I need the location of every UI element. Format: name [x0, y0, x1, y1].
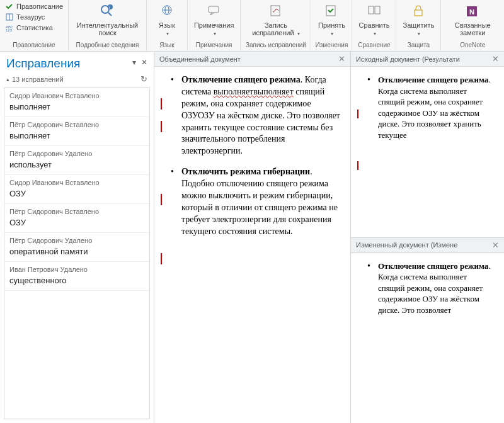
- compare-button[interactable]: Сравнить▾: [355, 1, 393, 38]
- revision-marker: [357, 110, 358, 118]
- stats-icon: ABC123: [5, 23, 14, 32]
- right-column: Исходный документ (Результати ✕ Отключен…: [351, 52, 504, 423]
- group-label: Запись исправлений: [243, 42, 308, 50]
- track-icon: [267, 3, 285, 20]
- onenote-icon: N: [464, 3, 481, 20]
- revision-item[interactable]: Пётр Сидорович Удаленоиспользует: [4, 146, 149, 175]
- source-doc-pane: Исходный документ (Результати ✕ Отключен…: [351, 52, 504, 238]
- search-icon: i: [98, 3, 116, 20]
- ribbon-group-insights: i Интеллектуальный поиск Подробные сведе…: [69, 0, 147, 51]
- svg-line-5: [108, 13, 112, 16]
- ribbon-group-comments: Примечания▾ Примечания: [188, 0, 241, 51]
- ribbon-group-onenote: N Связанные заметки OneNote: [441, 0, 504, 51]
- revisions-title: Исправления: [6, 57, 147, 70]
- close-icon[interactable]: ✕: [338, 54, 345, 64]
- chevron-down-icon: ▾: [331, 31, 333, 37]
- revision-item[interactable]: Иван Петрович Удаленосущественного: [4, 262, 149, 291]
- revision-marker: [161, 121, 162, 132]
- revision-marker: [161, 98, 162, 110]
- chevron-down-icon: ▾: [374, 31, 376, 37]
- workspace: Исправления ▾ ✕ ▴ 13 исправлений ↻ Сидор…: [0, 52, 504, 423]
- svg-text:123: 123: [6, 28, 13, 32]
- ribbon-group-tracking: Запись исправлений ▾ Запись исправлений: [241, 0, 311, 51]
- globe-icon: [158, 3, 176, 20]
- source-doc-body[interactable]: Отключение спящего режима. Когда система…: [351, 67, 504, 237]
- group-label: Правописание: [3, 42, 66, 50]
- protect-button[interactable]: Защитить▾: [399, 1, 438, 38]
- thesaurus-button[interactable]: Тезаурус: [4, 12, 64, 22]
- revision-item[interactable]: Пётр Сидорович Вставленовыполняет: [4, 117, 149, 146]
- accept-button[interactable]: Принять▾: [314, 1, 349, 38]
- revised-doc-body[interactable]: Отключение спящего режима. Когда система…: [351, 253, 504, 424]
- book-icon: [5, 13, 14, 21]
- chevron-down-icon: ▾: [418, 31, 420, 37]
- group-label: Язык: [149, 42, 185, 50]
- revised-doc-header: Измененный документ (Измене ✕: [351, 238, 504, 253]
- group-label: Подробные сведения: [71, 42, 144, 50]
- smart-lookup-button[interactable]: i Интеллектуальный поиск: [71, 1, 144, 38]
- language-button[interactable]: Язык▾: [149, 1, 185, 38]
- svg-rect-16: [415, 10, 422, 16]
- track-changes-button[interactable]: Запись исправлений ▾: [243, 1, 308, 38]
- dropdown-icon[interactable]: ▾: [132, 58, 136, 67]
- ribbon: Правописание Тезаурус ABC123Статистика П…: [0, 0, 504, 52]
- svg-rect-11: [209, 6, 219, 13]
- svg-rect-15: [375, 6, 380, 14]
- chevron-down-icon: ▾: [166, 31, 169, 37]
- close-icon[interactable]: ✕: [492, 54, 499, 64]
- revised-doc-pane: Измененный документ (Измене ✕ Отключение…: [351, 238, 504, 424]
- chevron-down-icon: ▾: [214, 31, 216, 37]
- revision-marker: [161, 194, 162, 205]
- chevron-up-icon[interactable]: ▴: [6, 76, 9, 82]
- statistics-button[interactable]: ABC123Статистика: [4, 23, 64, 33]
- ribbon-group-compare: Сравнить▾ Сравнение: [352, 0, 396, 51]
- revisions-count: 13 исправлений: [12, 76, 64, 83]
- accept-icon: [323, 3, 340, 20]
- spelling-button[interactable]: Правописание: [4, 1, 64, 11]
- revision-marker: [161, 253, 162, 264]
- check-icon: [5, 2, 14, 11]
- onenote-button[interactable]: N Связанные заметки: [444, 1, 501, 38]
- combined-doc-body[interactable]: Отключение спящего режима. Когда система…: [154, 67, 350, 423]
- svg-text:i: i: [109, 6, 110, 9]
- revision-item[interactable]: Пётр Сидорович Удаленооперативной памяти: [4, 233, 149, 262]
- revision-item[interactable]: Сидор Иванович ВставленоОЗУ: [4, 175, 149, 204]
- group-label: OneNote: [444, 42, 501, 50]
- group-label: Защита: [399, 42, 438, 50]
- comment-icon: [205, 3, 223, 20]
- close-icon[interactable]: ✕: [492, 240, 499, 250]
- close-icon[interactable]: ✕: [141, 58, 147, 67]
- compare-icon: [365, 3, 383, 20]
- combined-doc-header: Объединенный документ ✕: [154, 52, 350, 67]
- refresh-icon[interactable]: ↻: [140, 74, 147, 84]
- svg-text:N: N: [469, 8, 474, 16]
- group-label: Примечания: [190, 42, 238, 50]
- ribbon-group-changes: Принять▾ Изменения: [311, 0, 352, 51]
- revision-marker: [357, 161, 358, 170]
- comments-button[interactable]: Примечания▾: [190, 1, 238, 38]
- chevron-down-icon: ▾: [297, 31, 300, 37]
- ribbon-group-language: Язык▾ Язык: [147, 0, 188, 51]
- ribbon-group-proofing: Правописание Тезаурус ABC123Статистика П…: [0, 0, 69, 51]
- revision-item[interactable]: Сидор Иванович Вставленовыполняет: [4, 88, 149, 117]
- source-doc-header: Исходный документ (Результати ✕: [351, 52, 504, 67]
- revision-item[interactable]: Пётр Сидорович ВставленоОЗУ: [4, 204, 149, 233]
- group-label: Изменения: [314, 42, 349, 50]
- svg-rect-14: [369, 6, 374, 14]
- combined-doc-pane: Объединенный документ ✕ Отключение спяще…: [154, 52, 351, 423]
- lock-icon: [410, 3, 427, 20]
- revisions-pane: Исправления ▾ ✕ ▴ 13 исправлений ↻ Сидор…: [0, 52, 154, 423]
- ribbon-group-protect: Защитить▾ Защита: [396, 0, 441, 51]
- revisions-list[interactable]: Сидор Иванович Вставленовыполняет Пётр С…: [4, 87, 150, 419]
- group-label: Сравнение: [355, 42, 393, 50]
- spelling-error: выполняетвыполняет: [214, 87, 294, 96]
